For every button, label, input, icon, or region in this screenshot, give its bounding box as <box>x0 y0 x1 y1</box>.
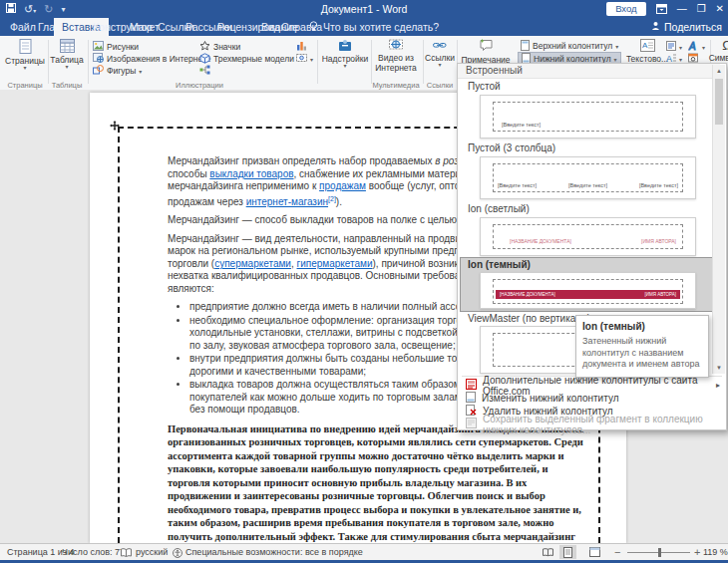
links-button[interactable]: Ссылки▾ <box>425 39 455 68</box>
shapes-icon <box>93 65 104 77</box>
wordart-button[interactable]: A ▾ <box>688 41 705 53</box>
pages-button[interactable]: Страницы▾ <box>8 39 42 71</box>
svg-text:A: A <box>642 41 648 50</box>
move-handle-icon[interactable] <box>110 117 120 135</box>
tell-me-label: Что вы хотите сделать? <box>323 21 439 33</box>
status-bar: Страница 1 из 4 Число слов: 770 русский … <box>0 543 728 560</box>
textbox-button[interactable]: A Текстово... <box>630 39 664 64</box>
word-window: ↺▾ ↻ ▾ Документ1 - Word Вход — ❐ ✕ Файл … <box>0 0 728 563</box>
builtin-section-header: Встроенный <box>458 64 720 79</box>
smartart-icon <box>199 65 210 77</box>
paragraph: Первоначальная инициатива по внедрению и… <box>168 422 590 543</box>
scroll-thumb[interactable] <box>715 79 723 125</box>
word-count[interactable]: Число слов: 770 <box>62 544 130 560</box>
delete-footer-icon <box>466 405 477 418</box>
link-prodazham[interactable]: продажам <box>319 180 366 191</box>
omega-icon: Ω <box>722 39 728 53</box>
gallery-item-viewmaster-label: ViewMaster (по вертикали) <box>468 313 590 324</box>
smartart-button[interactable] <box>199 65 210 77</box>
chart-icon <box>296 41 307 53</box>
chart-button[interactable] <box>296 41 307 53</box>
link-internet-magazin[interactable]: интернет-магазин <box>246 196 328 207</box>
office-gallery-icon <box>466 379 477 392</box>
icons-icon <box>199 41 210 53</box>
tooltip-title: Ion (темный) <box>582 321 702 332</box>
selection-marquee-left <box>118 127 120 543</box>
header-page-icon <box>521 40 530 53</box>
minimize-button[interactable]: — <box>677 0 687 18</box>
zoom-slider-thumb[interactable] <box>658 548 661 557</box>
cube-icon <box>199 53 210 66</box>
header-button[interactable]: Верхний колонтитул▾ <box>518 40 621 52</box>
quick-parts-button[interactable]: ▾ <box>666 41 682 53</box>
person-icon <box>651 21 660 33</box>
zoom-level[interactable]: 119 % <box>703 544 728 560</box>
svg-text:A: A <box>666 54 672 63</box>
online-picture-icon <box>93 53 104 65</box>
gallery-tooltip: Ion (темный) Затененный нижний колонтиту… <box>575 315 709 378</box>
maximize-button[interactable]: ❐ <box>697 0 706 18</box>
zoom-in-button[interactable]: + <box>694 544 700 560</box>
online-video-button[interactable]: Видео из Интернета <box>374 39 418 73</box>
share-button[interactable]: Поделиться <box>651 18 722 36</box>
gallery-item-ion-light-label: Ion (светлый) <box>468 203 530 214</box>
menu-more-footers[interactable]: Дополнительные нижние колонтитулы с сайт… <box>458 379 726 392</box>
close-button[interactable]: ✕ <box>716 0 724 18</box>
lightbulb-icon <box>309 21 318 34</box>
scroll-up-icon[interactable]: ▲ <box>713 65 725 77</box>
submenu-arrow-icon: ▸ <box>716 381 720 390</box>
picture-icon <box>93 41 104 53</box>
title-bar: ↺▾ ↻ ▾ Документ1 - Word Вход — ❐ ✕ <box>0 0 728 18</box>
video-icon <box>389 39 403 53</box>
screenshot-button[interactable]: ▾ <box>296 53 313 65</box>
link-vykladka[interactable]: выкладки товаров <box>209 168 293 179</box>
menu-edit-footer[interactable]: Изменить нижний колонтитул <box>458 392 726 405</box>
table-button[interactable]: Таблица▾ <box>52 39 82 70</box>
svg-text:A: A <box>688 41 696 51</box>
tell-me-box[interactable]: Что вы хотите сделать? <box>309 18 439 36</box>
pictures-button[interactable]: Рисунки <box>93 41 139 53</box>
gallery-item-blank3-label: Пустой (3 столбца) <box>468 142 555 153</box>
link-icon <box>433 39 447 53</box>
comment-icon <box>479 39 494 55</box>
ion-dark-bar: [НАЗВАНИЕ ДОКУМЕНТА] [ИМЯ АВТОРА] <box>496 290 680 299</box>
wordart-icon: A <box>688 41 699 53</box>
addin-icon <box>338 39 352 54</box>
shapes-button[interactable]: Фигуры▾ <box>93 65 142 77</box>
accessibility-status[interactable]: Специальные возможности: все в порядке <box>185 544 363 560</box>
table-icon <box>60 39 75 55</box>
ribbon-tabs: Файл Главная Вставка Конструктор Макет С… <box>0 18 728 36</box>
link-hypermarket[interactable]: гипермаркетами <box>297 258 373 269</box>
gallery-scrollbar[interactable]: ▲ ▼ <box>712 65 725 374</box>
gallery-item-blank3[interactable]: [Введите текст] [Введите текст] [Введите… <box>480 156 696 199</box>
textbox-icon: A <box>640 39 655 54</box>
comment-button[interactable]: Примечание <box>460 39 512 65</box>
gallery-item-blank[interactable]: [Введите текст] <box>480 95 696 139</box>
print-layout-button[interactable] <box>559 545 576 559</box>
quick-parts-icon <box>666 41 676 53</box>
addins-button[interactable]: Надстройки▾ <box>321 39 369 69</box>
save-selection-icon <box>466 418 477 430</box>
icons-button[interactable]: Значки <box>199 41 240 53</box>
gallery-item-ion-dark[interactable]: [НАЗВАНИЕ ДОКУМЕНТА] [ИМЯ АВТОРА] <box>480 272 696 309</box>
page-icon <box>19 39 32 56</box>
zoom-out-button[interactable]: − <box>614 544 620 560</box>
sign-in-button[interactable]: Вход <box>606 2 646 16</box>
link-supermarket[interactable]: супермаркетами <box>214 258 291 269</box>
symbols-button[interactable]: Ω Символы <box>712 39 728 63</box>
language-indicator[interactable]: русский <box>136 544 168 560</box>
online-pictures-button[interactable]: Изображения в Интернете <box>93 53 210 65</box>
web-layout-button[interactable] <box>586 545 603 559</box>
menu-save-selection: Сохранить выделенный фрагмент в коллекци… <box>458 418 726 430</box>
read-mode-button[interactable] <box>540 545 556 559</box>
ribbon-display-options-icon[interactable] <box>656 0 667 18</box>
screenshot-icon <box>296 53 307 65</box>
gallery-item-blank-label: Пустой <box>468 81 501 92</box>
scroll-down-icon[interactable]: ▼ <box>713 362 725 374</box>
tooltip-body: Затененный нижний колонтитул с названием… <box>582 336 702 371</box>
gallery-item-ion-dark-label: Ion (темный) <box>468 259 531 270</box>
3d-models-button[interactable]: Трехмерные модели▾ <box>199 53 300 65</box>
gallery-item-ion-light[interactable]: [НАЗВАНИЕ ДОКУМЕНТА] [ИМЯ АВТОРА] <box>480 217 696 256</box>
edit-footer-icon <box>466 392 476 405</box>
